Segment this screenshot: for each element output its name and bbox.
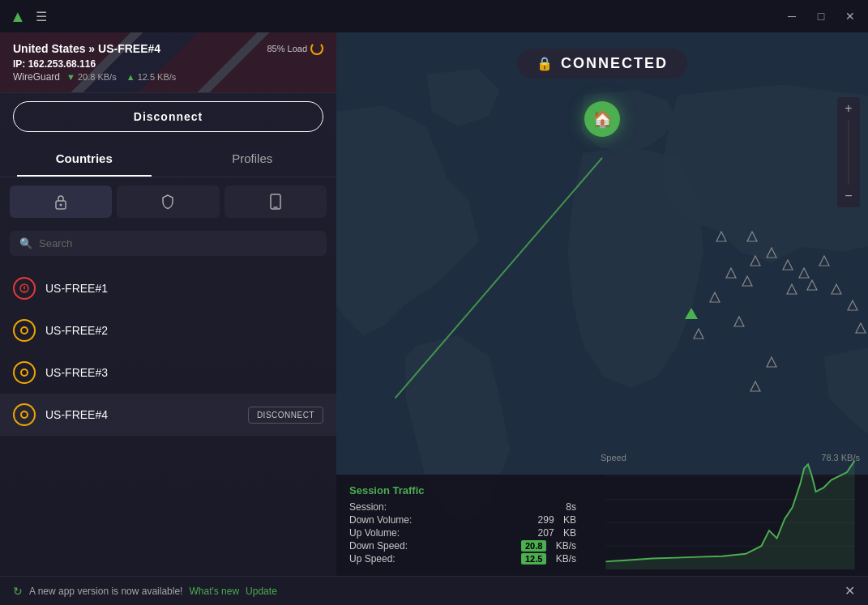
server-name: US-FREE#1 — [45, 282, 323, 295]
session-row-down-vol: Down Volume: 299 KB — [349, 514, 576, 526]
server-status-icon — [13, 361, 36, 384]
main-layout: United States » US-FREE#4 85% Load IP: 1… — [0, 32, 868, 576]
connection-ip: IP: 162.253.68.116 — [13, 58, 323, 70]
maximize-button[interactable]: □ — [813, 8, 829, 24]
tab-profiles[interactable]: Profiles — [169, 140, 337, 177]
error-icon — [19, 283, 29, 293]
speed-chart: Speed 78.3 KB/s — [592, 446, 868, 576]
up-speed-label: Up Speed: — [349, 553, 396, 565]
up-speed-value: 12.5 KB/s — [521, 553, 576, 565]
connection-info: United States » US-FREE#4 85% Load IP: 1… — [13, 42, 323, 83]
connected-label: CONNECTED — [561, 55, 668, 72]
server-status-icon — [13, 403, 36, 426]
zoom-controls: + − — [837, 97, 860, 207]
session-value: 8s — [566, 501, 576, 513]
home-marker: 🏠 — [584, 101, 620, 137]
connection-protocol: WireGuard ▼ 20.8 KB/s ▲ 12.5 KB/s — [13, 71, 323, 83]
chart-value-label: 78.3 KB/s — [821, 453, 860, 462]
search-icon: 🔍 — [19, 237, 32, 249]
up-speed-badge: 12.5 — [521, 553, 546, 565]
session-label: Session: — [349, 501, 387, 513]
speed-chart-svg — [599, 453, 862, 569]
session-row-up-vol: Up Volume: 207 KB — [349, 527, 576, 539]
update-message: A new app version is now available! — [29, 586, 182, 597]
connection-header: United States » US-FREE#4 85% Load IP: 1… — [0, 32, 336, 93]
down-volume-label: Down Volume: — [349, 514, 412, 526]
arrow-down-icon: ▼ — [66, 72, 75, 82]
minimize-button[interactable]: ─ — [784, 8, 800, 24]
session-row-session: Session: 8s — [349, 501, 576, 513]
list-item[interactable]: US-FREE#2 — [0, 309, 336, 351]
close-update-button[interactable]: ✕ — [844, 583, 855, 599]
zoom-in-button[interactable]: + — [837, 97, 860, 120]
down-speed-value: 20.8 KB/s — [521, 540, 576, 552]
svg-point-1 — [60, 204, 62, 207]
menu-icon[interactable]: ☰ — [36, 9, 47, 24]
load-circle-icon — [310, 42, 323, 55]
status-ring-icon — [20, 369, 28, 377]
shield-filter-icon — [160, 194, 175, 210]
status-ring-icon — [20, 411, 28, 419]
lock-filter-icon — [53, 194, 68, 210]
arrow-up-icon: ▲ — [126, 72, 135, 82]
list-item[interactable]: US-FREE#3 — [0, 351, 336, 394]
svg-point-6 — [24, 290, 25, 292]
logo-icon: ▲ — [10, 7, 26, 26]
connection-title: United States » US-FREE#4 — [13, 42, 160, 55]
zoom-out-button[interactable]: − — [837, 185, 860, 207]
update-link[interactable]: Update — [246, 586, 277, 597]
down-volume-value: 299 KB — [538, 514, 576, 526]
chart-speed-label: Speed — [601, 453, 626, 462]
status-ring-icon — [20, 326, 28, 334]
filter-shield-button[interactable] — [117, 185, 219, 218]
list-item[interactable]: US-FREE#1 — [0, 267, 336, 309]
server-status-icon — [13, 319, 36, 342]
speed-up: ▲ 12.5 KB/s — [126, 72, 177, 82]
disconnect-button[interactable]: Disconnect — [13, 101, 323, 132]
session-row-down-speed: Down Speed: 20.8 KB/s — [349, 540, 576, 552]
up-volume-value: 207 KB — [538, 527, 576, 539]
server-status-icon — [13, 277, 36, 300]
titlebar-left: ▲ ☰ — [10, 7, 47, 26]
server-name: US-FREE#2 — [45, 324, 323, 337]
close-button[interactable]: ✕ — [842, 8, 858, 24]
server-name: US-FREE#4 — [45, 408, 238, 421]
connection-load: 85% Load — [267, 42, 323, 55]
filter-row — [0, 177, 336, 226]
bottom-bar: ↻ A new app version is now available! Wh… — [0, 576, 868, 605]
session-row-up-speed: Up Speed: 12.5 KB/s — [349, 553, 576, 565]
sidebar: United States » US-FREE#4 85% Load IP: 1… — [0, 32, 336, 576]
tabs: Countries Profiles — [0, 140, 336, 177]
phone-filter-icon — [270, 194, 281, 210]
down-speed-badge: 20.8 — [521, 540, 546, 552]
speed-info: ▼ 20.8 KB/s ▲ 12.5 KB/s — [66, 72, 176, 82]
window-controls: ─ □ ✕ — [784, 8, 858, 24]
filter-secure-button[interactable] — [10, 185, 112, 218]
down-speed-label: Down Speed: — [349, 540, 408, 552]
speed-down: ▼ 20.8 KB/s — [66, 72, 117, 82]
server-list: US-FREE#1 US-FREE#2 US-FREE#3 — [0, 264, 336, 576]
up-volume-label: Up Volume: — [349, 527, 400, 539]
lock-icon: 🔒 — [537, 56, 554, 71]
whats-new-link[interactable]: What's new — [189, 586, 239, 597]
list-item[interactable]: US-FREE#4 DISCONNECT — [0, 394, 336, 436]
server-disconnect-button[interactable]: DISCONNECT — [248, 407, 323, 424]
zoom-slider-track — [848, 120, 849, 185]
connected-badge: 🔒 CONNECTED — [517, 49, 687, 79]
server-name: US-FREE#3 — [45, 366, 323, 379]
titlebar: ▲ ☰ ─ □ ✕ — [0, 0, 868, 32]
search-container: 🔍 — [0, 226, 336, 264]
search-box: 🔍 — [10, 231, 327, 256]
update-icon: ↻ — [13, 585, 23, 598]
search-input[interactable] — [39, 237, 317, 249]
tab-countries[interactable]: Countries — [0, 140, 169, 177]
map-area: 🔒 CONNECTED 🏠 + − ‹ Session Traffic Sess… — [336, 32, 868, 576]
filter-phone-button[interactable] — [224, 185, 327, 218]
